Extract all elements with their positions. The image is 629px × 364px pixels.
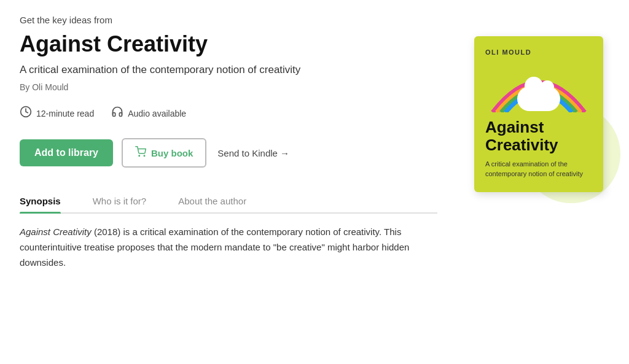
left-section: Against Creativity A critical examinatio… (20, 31, 462, 271)
cover-title: Against Creativity (485, 118, 592, 153)
svg-point-2 (144, 155, 145, 157)
cart-icon (135, 146, 146, 160)
book-author: By Oli Mould (20, 82, 437, 92)
tab-about-author[interactable]: About the author (178, 190, 246, 212)
cover-author-label: OLI MOULD (485, 48, 592, 56)
audio-label: Audio available (128, 109, 186, 118)
book-cover-wrapper: OLI MOULD Against Creativity A critical … (474, 36, 609, 192)
buy-book-label: Buy book (151, 148, 193, 158)
read-time-label: 12-minute read (36, 109, 94, 118)
page-wrapper: Get the key ideas from Against Creativit… (20, 15, 609, 271)
buy-book-button[interactable]: Buy book (122, 138, 206, 168)
tab-synopsis[interactable]: Synopsis (20, 190, 61, 212)
book-title: Against Creativity (20, 31, 437, 56)
tab-who-is-it-for[interactable]: Who is it for? (93, 190, 147, 212)
book-subtitle: A critical examination of the contempora… (20, 64, 437, 76)
svg-point-1 (139, 155, 140, 157)
synopsis-italic: Against Creativity (20, 227, 92, 237)
main-content: Against Creativity A critical examinatio… (20, 31, 609, 271)
clock-icon (20, 106, 32, 121)
add-to-library-button[interactable]: Add to library (20, 139, 113, 166)
book-cover: OLI MOULD Against Creativity A critical … (474, 36, 603, 192)
meta-row: 12-minute read Audio available (20, 106, 437, 121)
cover-cloud (517, 87, 560, 111)
top-label: Get the key ideas from (20, 15, 609, 25)
send-to-kindle-button[interactable]: Send to Kindle → (215, 141, 292, 165)
tabs-row: Synopsis Who is it for? About the author (20, 190, 437, 214)
cover-rainbow (485, 63, 592, 112)
actions-row: Add to library Buy book Send to Kindle → (20, 138, 437, 168)
cover-desc: A critical examination of the contempora… (485, 160, 592, 179)
read-time-item: 12-minute read (20, 106, 94, 121)
audio-item: Audio available (111, 106, 186, 121)
headphone-icon (111, 106, 123, 121)
synopsis-text: Against Creativity (2018) is a critical … (20, 225, 437, 270)
